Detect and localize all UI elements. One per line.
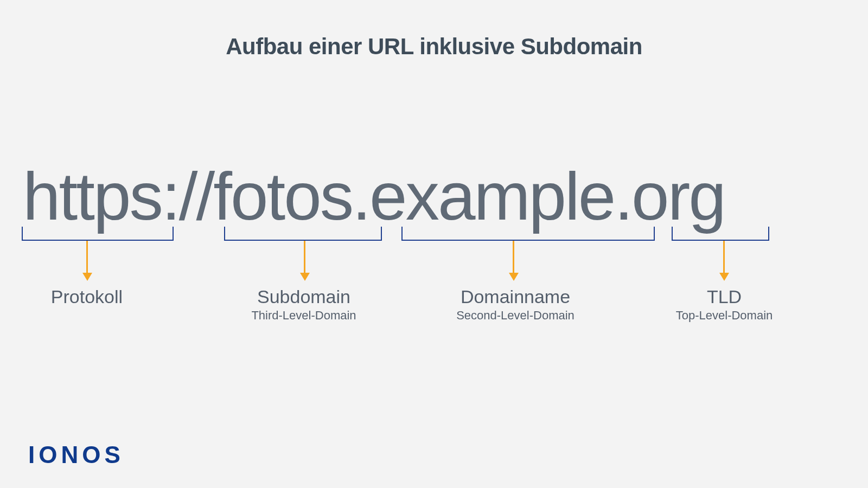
url-text: https://fotos.example.org: [23, 157, 725, 235]
bracket-subdomain: [224, 227, 382, 241]
bracket-domainname: [401, 227, 655, 241]
arrow-domainname: [513, 241, 514, 273]
arrowhead-domainname: [509, 273, 519, 281]
label-subdomain: Subdomain Third-Level-Domain: [217, 286, 391, 323]
label-domainname-sub: Second-Level-Domain: [412, 309, 618, 323]
arrow-protocol: [86, 241, 88, 273]
arrowhead-protocol: [82, 273, 92, 281]
label-tld-sub: Top-Level-Domain: [670, 309, 778, 323]
bracket-protocol: [22, 227, 174, 241]
brand-logo: IONOS: [28, 441, 124, 468]
arrow-tld: [723, 241, 725, 273]
label-subdomain-main: Subdomain: [217, 286, 391, 307]
label-protocol-main: Protokoll: [22, 286, 152, 307]
bracket-tld: [672, 227, 769, 241]
arrowhead-tld: [719, 273, 729, 281]
arrowhead-subdomain: [300, 273, 310, 281]
diagram-title: Aufbau einer URL inklusive Subdomain: [0, 34, 868, 60]
label-domainname: Domainname Second-Level-Domain: [412, 286, 618, 323]
label-protocol: Protokoll: [22, 286, 152, 309]
label-subdomain-sub: Third-Level-Domain: [217, 309, 391, 323]
label-tld: TLD Top-Level-Domain: [670, 286, 778, 323]
arrow-subdomain: [304, 241, 305, 273]
label-domainname-main: Domainname: [412, 286, 618, 307]
label-tld-main: TLD: [670, 286, 778, 307]
